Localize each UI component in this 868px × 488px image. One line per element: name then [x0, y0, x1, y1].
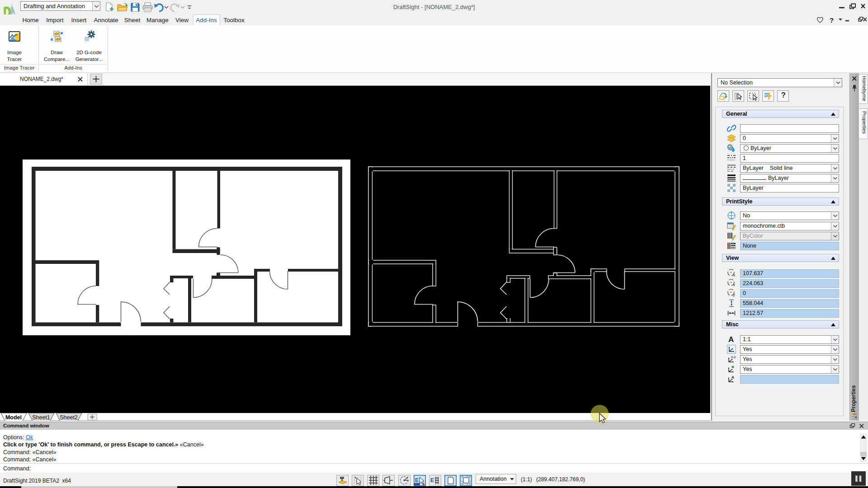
svg-text:A: A: [728, 335, 734, 344]
svg-text:Model: Model: [5, 414, 22, 421]
svg-text:E: E: [415, 477, 419, 483]
svg-text:A: A: [731, 375, 734, 380]
svg-text:Y: Y: [733, 283, 736, 287]
svg-text:Sheet2: Sheet2: [60, 414, 78, 421]
svg-text:?: ?: [830, 16, 834, 24]
svg-text:Sheet1: Sheet1: [32, 414, 50, 421]
svg-text:A: A: [855, 416, 857, 419]
svg-text:X: X: [733, 273, 736, 277]
svg-text:0.0: 0.0: [731, 355, 736, 359]
svg-text:Z: Z: [733, 293, 735, 297]
svg-text:E: E: [430, 477, 434, 483]
